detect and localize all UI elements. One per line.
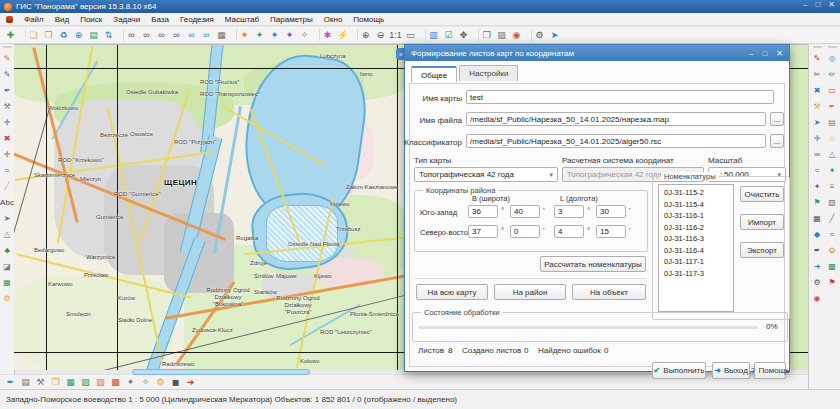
menu-database[interactable]: База: [151, 15, 169, 24]
frame-red-icon[interactable]: ▭: [826, 85, 839, 98]
tools-icon[interactable]: ⚒: [33, 375, 48, 389]
grid-c-icon[interactable]: ▩: [108, 375, 123, 389]
open-map-icon[interactable]: ❏: [25, 28, 41, 42]
layers-icon[interactable]: ▤: [86, 28, 101, 42]
flower-tool-icon[interactable]: ✿: [826, 245, 839, 258]
open-data-icon[interactable]: ❐: [41, 28, 56, 42]
target-tool-icon[interactable]: ◉: [811, 293, 824, 306]
hatch-tool-icon[interactable]: ▧: [826, 197, 839, 210]
diagonal-line-icon[interactable]: ╱: [1, 181, 14, 194]
browse-file-button[interactable]: ...: [770, 112, 784, 126]
list-item[interactable]: 0J-31-117-1: [659, 256, 733, 268]
delete-object-icon[interactable]: ✖: [1, 133, 14, 146]
pencil-icon[interactable]: ✎: [1, 53, 14, 66]
list-item[interactable]: 0J-31-116-2: [659, 222, 733, 234]
zoom-in-icon[interactable]: ⊕: [357, 28, 373, 42]
find-icon[interactable]: ∞: [123, 28, 139, 42]
spark-tool-icon[interactable]: ✦: [826, 165, 839, 178]
map-horizontal-scrollbar[interactable]: [132, 369, 310, 375]
home-tool-icon[interactable]: ⌂: [826, 133, 839, 146]
select-clear-icon[interactable]: ✧: [297, 28, 312, 42]
map-type-select[interactable]: Топографическая 42 года ▾: [414, 167, 558, 182]
layer-order-icon[interactable]: ⇅: [101, 28, 116, 42]
menu-scale[interactable]: Масштаб: [225, 15, 259, 24]
sw-lon-deg-input[interactable]: [554, 205, 584, 218]
lines-tool-icon[interactable]: ≡: [826, 181, 839, 194]
toolbar-grip[interactable]: [828, 46, 837, 48]
arrow-icon[interactable]: ➤: [1, 213, 14, 226]
paste-from-clipboard-icon[interactable]: ▨: [494, 28, 509, 42]
export-button[interactable]: Экспорт: [740, 242, 784, 258]
dialog-close-icon[interactable]: ✕: [776, 49, 783, 58]
select-area-icon[interactable]: ✦: [252, 28, 267, 42]
tab-general[interactable]: Общее: [411, 66, 457, 82]
pan-mode-icon[interactable]: ✥: [456, 28, 471, 42]
menu-search[interactable]: Поиск: [80, 15, 102, 24]
menu-view[interactable]: Вид: [55, 15, 69, 24]
gear-b-icon[interactable]: ⚙: [153, 375, 168, 389]
sheet-list-icon[interactable]: ▤: [18, 375, 33, 389]
text-abc-icon[interactable]: Abc: [1, 197, 14, 210]
grid-tool-icon[interactable]: ▦: [811, 213, 824, 226]
list-item[interactable]: 0J-31-115-4: [659, 199, 733, 211]
zoom-out-icon[interactable]: ⊖: [373, 28, 388, 42]
find-object-icon[interactable]: ∞: [139, 28, 154, 42]
view-image-icon[interactable]: ▥: [425, 28, 441, 42]
pointer-icon[interactable]: ➤: [811, 117, 824, 130]
browse-classifier-button[interactable]: ...: [770, 134, 784, 148]
menu-window[interactable]: Окно: [324, 15, 343, 24]
crosshair-icon[interactable]: ✛: [1, 149, 14, 162]
triangle-icon[interactable]: △: [1, 229, 14, 242]
list-item[interactable]: 0J-31-116-4: [659, 245, 733, 257]
close-icon[interactable]: ✕: [828, 0, 835, 9]
toolbar-grip[interactable]: [3, 46, 12, 48]
sign-edit-icon[interactable]: ✒: [3, 375, 18, 389]
run-button[interactable]: ✔ Выполнить: [652, 362, 706, 379]
district-button[interactable]: На район: [494, 284, 566, 300]
menu-help[interactable]: Помощь: [353, 15, 384, 24]
minimize-icon[interactable]: –: [803, 0, 807, 9]
star-tool-icon[interactable]: ✦: [811, 181, 824, 194]
fast-view-icon[interactable]: ⚡: [335, 28, 350, 42]
print-icon[interactable]: ⚙: [531, 28, 547, 42]
ne-lon-deg-input[interactable]: [554, 225, 584, 238]
find-point-icon[interactable]: ∞: [184, 28, 199, 42]
fit-extent-icon[interactable]: ▭: [403, 28, 418, 42]
wave-tool-icon[interactable]: ≈: [826, 229, 839, 242]
dialog-minimize-icon[interactable]: –: [749, 49, 753, 58]
zoom-1-1-icon[interactable]: 1:1: [388, 28, 403, 42]
eraser-icon[interactable]: ◪: [1, 261, 14, 274]
list-item[interactable]: 0J-31-115-2: [659, 187, 733, 199]
exit-door-icon[interactable]: ➜: [183, 375, 198, 389]
slope-tool-icon[interactable]: △: [826, 149, 839, 162]
sw-lon-min-input[interactable]: [596, 205, 626, 218]
color-settings-icon[interactable]: ◉: [509, 28, 524, 42]
view-check-icon[interactable]: ☑: [441, 28, 456, 42]
measure-cursor-icon[interactable]: ➤: [547, 28, 562, 42]
object-list-icon[interactable]: ▦: [214, 28, 229, 42]
select-frame-icon[interactable]: ✦: [267, 28, 282, 42]
menu-parameters[interactable]: Параметры: [270, 15, 313, 24]
copy-map-icon[interactable]: ⊕: [71, 28, 86, 42]
menu-tasks[interactable]: Задачи: [113, 15, 140, 24]
ne-lon-min-input[interactable]: [596, 225, 626, 238]
settings-small-icon[interactable]: ⚙: [1, 293, 14, 306]
sign-tool-icon[interactable]: ✒: [811, 245, 824, 258]
select-star-icon[interactable]: ✦: [236, 28, 252, 42]
maximize-icon[interactable]: □: [815, 0, 820, 9]
import-button[interactable]: Импорт: [740, 214, 784, 230]
help-button[interactable]: ? Помощь: [754, 362, 786, 379]
object-button[interactable]: На объект: [572, 284, 646, 300]
ne-lat-deg-input[interactable]: [468, 225, 498, 238]
block-tool-icon[interactable]: ▩: [826, 261, 839, 274]
exit-button[interactable]: ➜ Выход: [712, 362, 750, 379]
ne-lat-min-input[interactable]: [510, 225, 540, 238]
delete-part-icon[interactable]: ✖: [811, 85, 824, 98]
run-tool-icon[interactable]: ➜: [811, 261, 824, 274]
flag-tool-icon[interactable]: ⚑: [811, 197, 824, 210]
pen-icon[interactable]: ✒: [1, 85, 14, 98]
clear-button[interactable]: Очистить: [740, 186, 784, 202]
rebuild-icon[interactable]: ⚒: [811, 101, 824, 114]
grid-green-icon[interactable]: ▦: [63, 375, 78, 389]
join-icon[interactable]: ∞: [811, 149, 824, 162]
